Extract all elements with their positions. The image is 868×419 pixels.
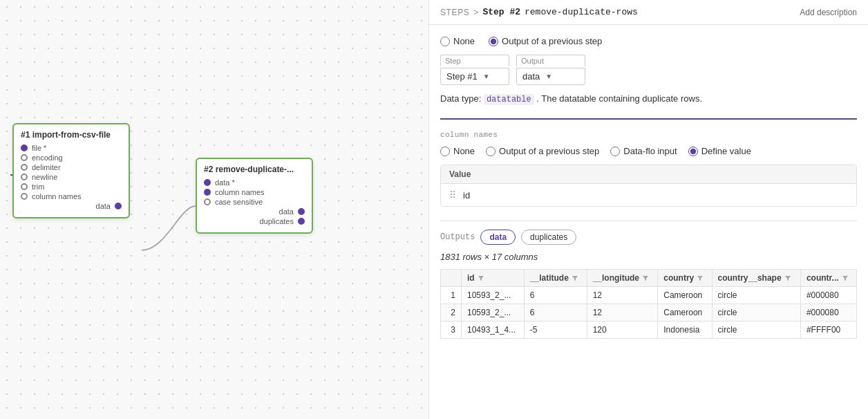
data-type-suffix: . The datatable containing duplicate row… bbox=[536, 93, 702, 104]
output-select-arrow: ▼ bbox=[545, 73, 552, 80]
cell-country-2: Cameroon bbox=[658, 304, 712, 322]
colnames-radio-define[interactable]: Define value bbox=[688, 146, 751, 156]
th-id[interactable]: id bbox=[462, 270, 525, 287]
cell-lon-1: 12 bbox=[587, 287, 658, 304]
step-select-value: Step #1 bbox=[446, 71, 478, 82]
cell-lat-1: 6 bbox=[524, 287, 587, 304]
cell-shape-2: circle bbox=[712, 304, 800, 322]
filter-icon-extra bbox=[842, 274, 849, 281]
breadcrumb-arrow: > bbox=[473, 8, 478, 17]
cell-country-1: Cameroon bbox=[658, 287, 712, 304]
colnames-none-label: None bbox=[453, 146, 475, 156]
colnames-radio-dataflo-input[interactable] bbox=[610, 147, 620, 156]
node1-port-file: file * bbox=[21, 144, 122, 152]
node1-port-newline: newline bbox=[21, 173, 122, 181]
breadcrumb-step-name: remove-duplicate-rows bbox=[525, 7, 638, 17]
node1-port-encoding: encoding bbox=[21, 153, 122, 162]
radio-previous-input[interactable] bbox=[489, 37, 498, 46]
node1-port-trim: trim bbox=[21, 183, 122, 191]
colnames-radio-previous-input[interactable] bbox=[486, 147, 496, 156]
table-row: 2 10593_2_... 6 12 Cameroon circle #0000… bbox=[441, 304, 857, 322]
node2-title: #2 remove-duplicate-... bbox=[204, 165, 305, 174]
data-type-line: Data type: datatable . The datatable con… bbox=[440, 93, 857, 104]
colnames-dataflo-label: Data-flo input bbox=[623, 146, 677, 156]
column-names-label: column names bbox=[440, 131, 857, 139]
node1-port-delimiter: delimiter bbox=[21, 163, 122, 171]
step-select-label: Step bbox=[440, 55, 509, 66]
step-output-row: Step Step #1 ▼ Output data ▼ bbox=[440, 55, 857, 85]
port-out-data2 bbox=[298, 208, 305, 215]
column-names-radio-group: None Output of a previous step Data-flo … bbox=[440, 146, 857, 156]
right-panel: STEPS > Step #2 remove-duplicate-rows Ad… bbox=[428, 0, 868, 419]
cell-id-2: 10593_2_... bbox=[462, 304, 525, 322]
node1-port-colnames: column names bbox=[21, 192, 122, 201]
radio-none-label: None bbox=[453, 36, 475, 46]
output-select-control[interactable]: data ▼ bbox=[516, 68, 585, 85]
output-select-group: Output data ▼ bbox=[516, 55, 585, 85]
cell-shape-1: circle bbox=[712, 287, 800, 304]
colnames-previous-label: Output of a previous step bbox=[499, 146, 599, 156]
add-description-link[interactable]: Add description bbox=[800, 8, 857, 17]
output-select-value: data bbox=[522, 71, 540, 82]
node-2[interactable]: #2 remove-duplicate-... data * column na… bbox=[196, 158, 313, 234]
canvas-panel: #1 import-from-csv-file file * encoding … bbox=[0, 0, 428, 419]
colnames-radio-none-input[interactable] bbox=[440, 147, 450, 156]
node2-output-data: data bbox=[204, 207, 305, 216]
port-dot-newline bbox=[21, 174, 28, 180]
colnames-radio-dataflo[interactable]: Data-flo input bbox=[610, 146, 677, 156]
port-out-data bbox=[115, 203, 122, 210]
value-table-header: Value bbox=[441, 165, 856, 184]
th-country[interactable]: country bbox=[658, 270, 712, 287]
th-country-shape[interactable]: country__shape bbox=[712, 270, 800, 287]
panel-content: None Output of a previous step Step Step… bbox=[429, 25, 868, 419]
cell-rownum-1: 1 bbox=[441, 287, 462, 304]
cell-extra-3: #FFFF00 bbox=[800, 322, 856, 339]
th-latitude[interactable]: __latitude bbox=[524, 270, 587, 287]
step-select-arrow: ▼ bbox=[483, 73, 490, 80]
cell-country-3: Indonesia bbox=[658, 322, 712, 339]
port-out-duplicates bbox=[298, 218, 305, 225]
port-dot-trim bbox=[21, 183, 28, 190]
node2-port-data: data * bbox=[204, 178, 305, 187]
breadcrumb-step-id: Step #2 bbox=[482, 7, 520, 17]
colnames-radio-previous[interactable]: Output of a previous step bbox=[486, 146, 599, 156]
th-country-extra[interactable]: countr... bbox=[800, 270, 856, 287]
header-bar: STEPS > Step #2 remove-duplicate-rows Ad… bbox=[429, 0, 868, 25]
section-divider bbox=[440, 118, 857, 120]
radio-previous[interactable]: Output of a previous step bbox=[489, 36, 602, 46]
th-longitude[interactable]: __longitude bbox=[587, 270, 658, 287]
filter-icon-country bbox=[697, 274, 704, 281]
cell-lon-2: 12 bbox=[587, 304, 658, 322]
column-names-section: column names None Output of a previous s… bbox=[440, 131, 857, 207]
value-table: Value ⠿ id bbox=[440, 165, 857, 207]
data-type-prefix: Data type: bbox=[440, 93, 481, 104]
radio-previous-label: Output of a previous step bbox=[502, 36, 602, 46]
output-tab-duplicates[interactable]: duplicates bbox=[521, 230, 576, 245]
filter-icon-lat bbox=[572, 274, 578, 281]
radio-none[interactable]: None bbox=[440, 36, 475, 46]
drag-handle-icon[interactable]: ⠿ bbox=[449, 189, 456, 201]
filter-icon-id bbox=[478, 274, 484, 281]
outputs-label: Outputs bbox=[440, 232, 475, 242]
node1-title: #1 import-from-csv-file bbox=[21, 130, 122, 140]
outputs-section: Outputs data duplicates 1831 rows × 17 c… bbox=[440, 221, 857, 339]
cell-extra-2: #000080 bbox=[800, 304, 856, 322]
cell-id-3: 10493_1_4... bbox=[462, 322, 525, 339]
output-select-label: Output bbox=[516, 55, 585, 66]
cell-rownum-2: 2 bbox=[441, 304, 462, 322]
input-radio-section: None Output of a previous step Step Step… bbox=[440, 36, 857, 104]
node-1[interactable]: #1 import-from-csv-file file * encoding … bbox=[12, 123, 130, 218]
table-row: 3 10493_1_4... -5 120 Indonesia circle #… bbox=[441, 322, 857, 339]
outputs-header: Outputs data duplicates bbox=[440, 230, 857, 245]
node1-output-data: data bbox=[21, 202, 122, 210]
output-tab-data[interactable]: data bbox=[480, 230, 516, 245]
step-select-group: Step Step #1 ▼ bbox=[440, 55, 509, 85]
colnames-define-label: Define value bbox=[701, 146, 751, 156]
cell-lon-3: 120 bbox=[587, 322, 658, 339]
colnames-radio-none[interactable]: None bbox=[440, 146, 475, 156]
radio-none-input[interactable] bbox=[440, 37, 450, 46]
step-select-control[interactable]: Step #1 ▼ bbox=[440, 68, 509, 85]
colnames-radio-define-input[interactable] bbox=[688, 147, 698, 156]
input-radio-group: None Output of a previous step bbox=[440, 36, 857, 46]
breadcrumb-steps: STEPS bbox=[440, 8, 469, 17]
